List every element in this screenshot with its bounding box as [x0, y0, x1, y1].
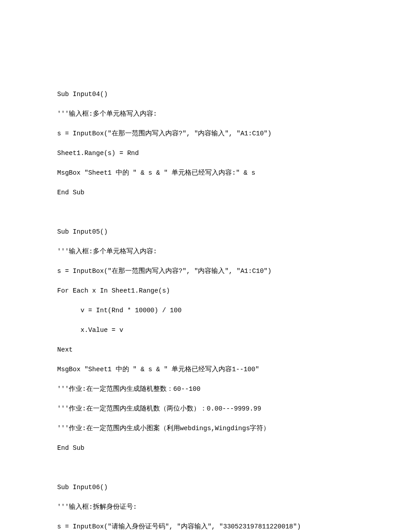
code-line: Sub Input05() — [57, 227, 411, 237]
code-line: v = Int(Rnd * 10000) / 100 — [57, 306, 411, 315]
code-line: '''作业:在一定范围内生成小图案（利用webdings,Wingdings字符… — [57, 423, 411, 433]
code-line: '''输入框:拆解身份证号: — [57, 502, 411, 512]
code-line: '''输入框:多个单元格写入内容: — [57, 247, 411, 256]
code-line: '''作业:在一定范围内生成随机数（两位小数）：0.00---9999.99 — [57, 404, 411, 414]
code-line: End Sub — [57, 443, 411, 453]
code-line: Sub Input04() — [57, 89, 411, 99]
code-page: Sub Input04() '''输入框:多个单元格写入内容: s = Inpu… — [0, 29, 411, 532]
code-line: s = InputBox("在那一范围内写入内容?", "内容输入", "A1:… — [57, 266, 411, 276]
code-line: x.Value = v — [57, 325, 411, 335]
code-line: Sheet1.Range(s) = Rnd — [57, 148, 411, 158]
code-line: '''输入框:多个单元格写入内容: — [57, 109, 411, 119]
code-line: MsgBox "Sheet1 中的 " & s & " 单元格已经写入内容:" … — [57, 168, 411, 178]
code-line: Next — [57, 345, 411, 355]
code-line — [57, 463, 411, 473]
code-line: For Each x In Sheet1.Range(s) — [57, 286, 411, 296]
code-line — [57, 207, 411, 217]
code-line: End Sub — [57, 188, 411, 197]
code-line: s = InputBox("在那一范围内写入内容?", "内容输入", "A1:… — [57, 129, 411, 138]
code-line: MsgBox "Sheet1 中的 " & s & " 单元格已经写入内容1--… — [57, 364, 411, 374]
code-line: '''作业:在一定范围内生成随机整数：60--100 — [57, 384, 411, 394]
code-line: s = InputBox("请输入身份证号码", "内容输入", "330523… — [57, 522, 411, 532]
code-line: Sub Input06() — [57, 482, 411, 492]
